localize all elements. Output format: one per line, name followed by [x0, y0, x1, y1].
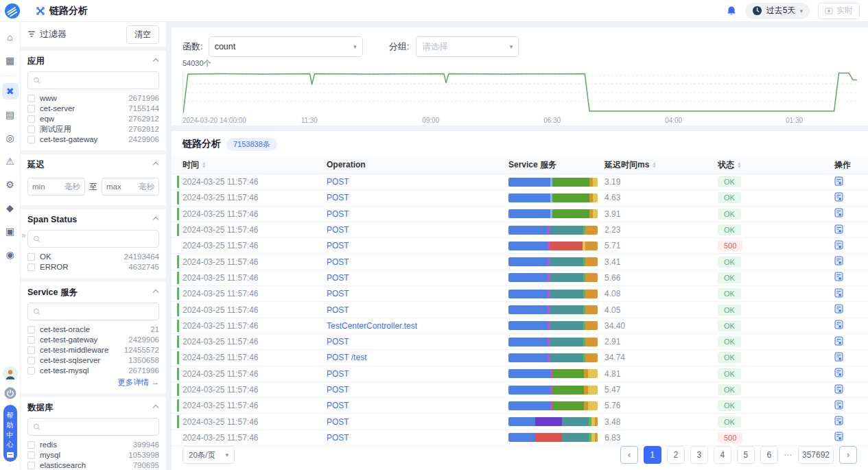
operation-link[interactable]: POST	[327, 289, 349, 298]
operation-link[interactable]: POST	[327, 385, 349, 395]
page-size-select[interactable]: 20条/页 ▾	[183, 446, 235, 464]
trace-detail-icon[interactable]	[834, 272, 843, 281]
page-button-3[interactable]: 3	[690, 446, 708, 464]
operation-link[interactable]: POST	[327, 305, 349, 315]
filter-search-input[interactable]	[45, 422, 159, 432]
trace-detail-icon[interactable]	[834, 192, 843, 202]
page-button-6[interactable]: 6	[760, 446, 778, 464]
clear-filters-button[interactable]: 清空	[126, 25, 159, 44]
operation-link[interactable]: TestCenterController.test	[327, 321, 417, 331]
table-row: 2024-03-25 11:57:46POST3.91OK	[172, 207, 868, 222]
latency-min-input[interactable]	[32, 183, 64, 191]
function-select[interactable]: count ▾	[209, 36, 363, 57]
trace-detail-icon[interactable]	[834, 336, 843, 346]
logout-power-icon[interactable]	[4, 387, 16, 399]
trace-detail-icon[interactable]	[834, 400, 843, 410]
checkbox[interactable]	[27, 126, 35, 133]
sidebar-item-settings[interactable]: ⚙	[2, 176, 19, 193]
trace-service-cell	[508, 417, 605, 426]
sidebar-item-system[interactable]: ◉	[2, 246, 19, 263]
checkbox[interactable]	[27, 357, 35, 364]
page-button-1[interactable]: 1	[644, 446, 661, 464]
trace-detail-icon[interactable]	[834, 288, 843, 298]
checkbox[interactable]	[27, 367, 35, 375]
filter-search-input[interactable]	[45, 75, 159, 85]
sidebar-item-data-manage[interactable]: ▣	[2, 223, 19, 239]
checkbox[interactable]	[27, 462, 35, 469]
sort-icon[interactable]: ▲▼	[202, 161, 206, 168]
column-header: 操作	[834, 159, 868, 171]
chevron-up-icon[interactable]	[153, 217, 159, 222]
more-details-link[interactable]: 更多详情 →	[27, 377, 159, 388]
trace-detail-icon[interactable]	[834, 240, 843, 250]
operation-link[interactable]: POST	[327, 369, 349, 379]
chevron-up-icon[interactable]	[153, 162, 159, 167]
sidebar-item-trace-analysis[interactable]: ✖	[2, 83, 19, 99]
trace-detail-icon[interactable]	[834, 208, 843, 218]
checkbox[interactable]	[27, 326, 35, 333]
operation-link[interactable]: POST	[327, 401, 349, 410]
operation-link[interactable]: POST	[327, 209, 349, 219]
trace-time: 2024-03-25 11:57:46	[183, 369, 327, 379]
time-range-selector[interactable]: 过去5天 ▾	[745, 3, 810, 19]
trace-detail-icon[interactable]	[834, 320, 843, 329]
trace-detail-icon[interactable]	[834, 304, 843, 314]
trace-detail-icon[interactable]	[834, 368, 843, 377]
operation-link[interactable]: POST	[327, 257, 349, 267]
prev-page-button[interactable]: ‹	[620, 446, 638, 464]
operation-link[interactable]: POST	[327, 337, 349, 346]
sidebar-item-security[interactable]: ◆	[2, 200, 19, 216]
next-page-button[interactable]: ›	[839, 446, 857, 464]
status-badge: OK	[718, 400, 741, 411]
checkbox[interactable]	[27, 253, 35, 261]
operation-link[interactable]: POST	[327, 433, 349, 443]
checkbox[interactable]	[27, 451, 35, 459]
trace-detail-icon[interactable]	[834, 352, 843, 362]
sidebar-item-monitor-target[interactable]: ◎	[2, 130, 19, 146]
page-button-4[interactable]: 4	[714, 446, 731, 464]
realtime-button[interactable]: 实时	[818, 3, 860, 19]
checkbox[interactable]	[27, 263, 35, 271]
user-avatar[interactable]	[3, 366, 18, 381]
sidebar-item-home[interactable]: ⌂	[2, 29, 19, 45]
page-button-5[interactable]: 5	[737, 446, 755, 464]
sidebar-item-logs[interactable]: ▤	[2, 106, 19, 123]
operation-link[interactable]: POST	[327, 225, 349, 235]
trace-detail-icon[interactable]	[834, 176, 843, 186]
trace-detail-icon[interactable]	[834, 224, 843, 234]
checkbox[interactable]	[27, 115, 35, 123]
last-page-button[interactable]: 357692	[798, 446, 834, 464]
operation-link[interactable]: POST	[327, 417, 349, 427]
checkbox[interactable]	[27, 336, 35, 344]
checkbox[interactable]	[27, 346, 35, 354]
chevron-up-icon[interactable]	[153, 58, 159, 64]
group-select[interactable]: 请选择 ▾	[416, 36, 519, 57]
operation-link[interactable]: POST	[327, 177, 349, 187]
help-center-tab[interactable]: 帮助中心	[3, 405, 17, 462]
checkbox[interactable]	[27, 105, 35, 113]
chevron-up-icon[interactable]	[153, 405, 159, 410]
trace-detail-icon[interactable]	[834, 256, 843, 266]
checkbox[interactable]	[27, 441, 35, 449]
trace-status-cell: OK	[718, 192, 834, 203]
chevron-up-icon[interactable]	[153, 290, 159, 295]
operation-link[interactable]: POST	[327, 273, 349, 283]
checkbox[interactable]	[27, 136, 35, 143]
operation-link[interactable]: POST	[327, 193, 349, 202]
trace-detail-icon[interactable]	[834, 384, 843, 394]
sort-icon[interactable]: ▲▼	[737, 161, 741, 168]
expand-collapse-icon[interactable]: »	[21, 231, 26, 240]
latency-max-input[interactable]	[106, 183, 139, 191]
sort-icon[interactable]: ▲▼	[652, 161, 656, 168]
filter-search-input[interactable]	[45, 234, 159, 244]
trace-detail-icon[interactable]	[834, 416, 843, 425]
notifications-button[interactable]	[726, 5, 737, 16]
filter-search-input[interactable]	[45, 307, 159, 316]
page-button-2[interactable]: 2	[667, 446, 685, 464]
trace-detail-icon[interactable]	[834, 432, 843, 441]
checkbox[interactable]	[27, 95, 35, 102]
sidebar-item-dashboard[interactable]: ▦	[2, 52, 19, 69]
operation-link[interactable]: POST	[327, 241, 349, 250]
sidebar-item-alerts[interactable]: ⚠	[2, 153, 19, 169]
operation-link[interactable]: POST /test	[327, 353, 366, 362]
